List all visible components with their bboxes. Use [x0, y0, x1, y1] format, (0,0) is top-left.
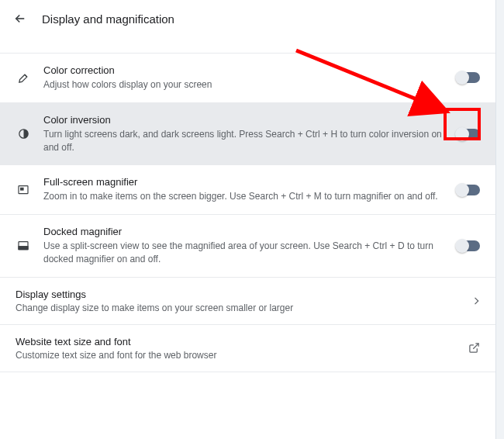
- svg-rect-4: [19, 247, 28, 250]
- link-website-text[interactable]: Website text size and font Customize tex…: [0, 324, 495, 372]
- row-color-correction[interactable]: Color correction Adjust how colors displ…: [0, 53, 495, 102]
- link-title: Display settings: [16, 289, 474, 300]
- back-button[interactable]: [12, 11, 28, 26]
- row-title: Color correction: [43, 64, 444, 76]
- toggle-color-correction[interactable]: [457, 72, 480, 83]
- page-title: Display and magnification: [42, 12, 174, 26]
- toggle-docked-magnifier[interactable]: [457, 240, 480, 251]
- row-title: Color inversion: [43, 114, 444, 126]
- svg-line-5: [473, 344, 478, 349]
- toggle-fullscreen-magnifier[interactable]: [457, 185, 480, 195]
- contrast-icon: [16, 127, 31, 140]
- row-color-inversion[interactable]: Color inversion Turn light screens dark,…: [0, 102, 495, 165]
- toggle-color-inversion[interactable]: [457, 129, 480, 140]
- row-docked-magnifier[interactable]: Docked magnifier Use a split-screen view…: [0, 214, 495, 277]
- external-link-icon: [468, 342, 480, 354]
- link-desc: Change display size to make items on you…: [16, 302, 474, 313]
- row-title: Docked magnifier: [43, 226, 444, 237]
- page-header: Display and magnification: [0, 0, 495, 37]
- link-title: Website text size and font: [16, 336, 468, 347]
- row-desc: Turn light screens dark, and dark screen…: [43, 128, 444, 154]
- link-desc: Customize text size and font for the web…: [16, 350, 468, 361]
- row-desc: Adjust how colors display on your screen: [43, 78, 444, 92]
- dock-icon: [16, 240, 31, 252]
- svg-rect-2: [21, 188, 23, 190]
- eyedropper-icon: [16, 71, 31, 85]
- arrow-left-icon: [13, 12, 27, 26]
- chevron-right-icon: [474, 297, 480, 305]
- row-desc: Zoom in to make items on the screen bigg…: [43, 190, 444, 203]
- row-desc: Use a split-screen view to see the magni…: [43, 240, 444, 266]
- row-fullscreen-magnifier[interactable]: Full-screen magnifier Zoom in to make it…: [0, 164, 495, 214]
- row-title: Full-screen magnifier: [43, 176, 444, 188]
- fullscreen-icon: [16, 184, 31, 196]
- link-display-settings[interactable]: Display settings Change display size to …: [0, 277, 495, 324]
